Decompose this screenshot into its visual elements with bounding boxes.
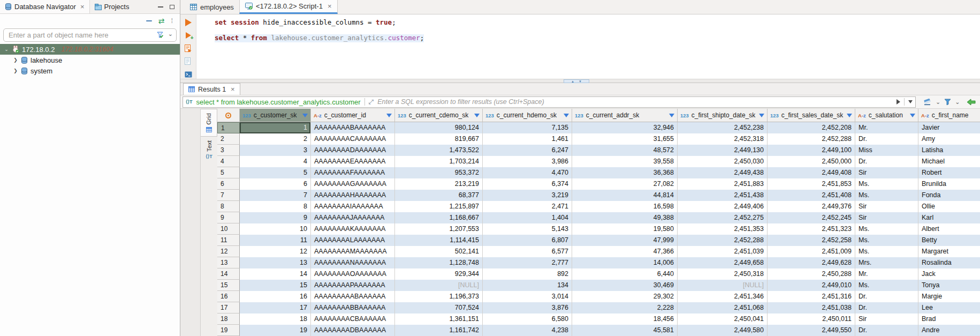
grid-cell[interactable]: Miss [855,145,918,156]
grid-cell[interactable]: 1 [240,122,311,133]
apply-filter-icon[interactable] [897,99,900,104]
grid-cell[interactable]: 6,374 [483,178,572,190]
grid-cell[interactable]: 929,344 [395,268,483,280]
grid-cell[interactable]: 4,470 [483,167,572,178]
row-number[interactable]: 9 [217,212,240,223]
grid-cell[interactable]: 2,449,628 [768,257,855,268]
grid-cell[interactable]: AAAAAAAAABAAAAAA [311,291,395,302]
column-header-c_first_sales_date_sk[interactable]: 123c_first_sales_date_sk [768,109,855,122]
close-icon[interactable]: × [328,2,332,10]
grid-cell[interactable]: 1,703,214 [395,156,483,167]
grid-cell[interactable]: 3,986 [483,156,572,167]
grid-cell[interactable]: 2,452,208 [768,122,855,133]
grid-cell[interactable]: AAAAAAAAOAAAAAAA [311,268,395,280]
grid-cell[interactable]: 16,598 [572,201,678,212]
grid-cell[interactable]: 2,449,658 [678,257,768,268]
column-header-c_salutation[interactable]: A-zc_salutation [855,109,918,122]
grid-cell[interactable]: Brunilda [918,178,980,190]
grid-cell[interactable]: 2,452,288 [768,133,855,145]
grid-cell[interactable]: Mr. [855,268,918,280]
grid-cell[interactable]: Ms. [855,280,918,291]
grid-cell[interactable]: 2,449,100 [768,145,855,156]
sash-down-icon[interactable]: ▼ [579,80,582,83]
grid-cell[interactable]: 2,451,039 [678,246,768,257]
grid-cell[interactable]: 2,451,408 [768,190,855,201]
grid-cell[interactable]: Ms. [855,223,918,235]
grid-cell[interactable]: 47,999 [572,235,678,246]
grid-cell[interactable]: 502,141 [395,246,483,257]
grid-cell[interactable]: 48,572 [572,145,678,156]
grid-cell[interactable]: 39,558 [572,156,678,167]
grid-cell[interactable]: 1,473,522 [395,145,483,156]
grid-cell[interactable]: 16 [240,291,311,302]
grid-cell[interactable]: 8 [240,201,311,212]
presentation-tab-grid[interactable]: Grid [201,109,217,137]
grid-cell[interactable]: Brad [918,313,980,325]
grid-cell[interactable]: 49,388 [572,212,678,223]
tree-item-system[interactable]: ❯system [0,65,180,76]
tree-item-connection[interactable]: ⌄ 172.18.0.2 172.18.0.2:31604 [0,44,180,55]
grid-cell[interactable]: 2,452,288 [678,235,768,246]
grid-cell[interactable]: AAAAAAAAMAAAAAAA [311,246,395,257]
previous-page-icon[interactable] [967,99,976,106]
sort-dropdown-icon[interactable] [669,114,674,117]
grid-cell[interactable]: 15 [240,280,311,291]
filter-funnel-icon[interactable] [157,32,164,39]
row-number[interactable]: 15 [217,280,240,291]
grid-cell[interactable]: 2,449,010 [768,280,855,291]
grid-cell[interactable]: Dr. [855,156,918,167]
grid-cell[interactable]: Margie [918,291,980,302]
grid-cell[interactable]: 7 [240,190,311,201]
column-header-c_first_name[interactable]: A-zc_first_name [918,109,980,122]
grid-cell[interactable]: 1,461 [483,133,572,145]
grid-cell[interactable]: 6 [240,178,311,190]
grid-cell[interactable]: 707,524 [395,302,483,313]
grid-cell[interactable]: 2,451,038 [768,302,855,313]
grid-cell[interactable]: AAAAAAAACAAAAAAA [311,133,395,145]
grid-cell[interactable]: 5 [240,167,311,178]
grid-cell[interactable]: 14,006 [572,257,678,268]
grid-cell[interactable]: 36,368 [572,167,678,178]
sort-dropdown-icon[interactable] [474,114,480,117]
grid-cell[interactable]: 6,580 [483,313,572,325]
close-icon[interactable]: × [80,3,85,11]
sash-up-icon[interactable]: ▲ [571,80,574,83]
grid-cell[interactable]: 2,451,438 [678,190,768,201]
grid-cell[interactable]: Lee [918,302,980,313]
grid-cell[interactable]: 29,302 [572,291,678,302]
sort-dropdown-icon[interactable] [386,114,392,117]
grid-cell[interactable]: 18,456 [572,313,678,325]
grid-cell[interactable]: 1,168,667 [395,212,483,223]
row-number[interactable]: 14 [217,268,240,280]
grid-cell[interactable]: AAAAAAAAEAAAAAAA [311,156,395,167]
tab-script-1[interactable]: <172.18.0.2> Script-1 × [239,0,338,14]
grid-cell[interactable]: 2,452,245 [768,212,855,223]
grid-cell[interactable]: AAAAAAAAHAAAAAAA [311,190,395,201]
result-filter-input[interactable]: ⟨⟩T select * from lakehouse.customer_ana… [183,96,916,108]
link-with-editor-icon[interactable]: ⇄ [158,17,165,25]
grid-cell[interactable]: Sir [855,167,918,178]
collapse-all-icon[interactable] [146,20,152,21]
grid-cell[interactable]: 2,449,580 [678,325,768,336]
grid-cell[interactable]: Karl [918,212,980,223]
grid-cell[interactable]: 9 [240,212,311,223]
grid-cell[interactable]: 1,114,415 [395,235,483,246]
grid-cell[interactable]: 2,228 [572,302,678,313]
erase-filter-icon[interactable] [923,98,932,106]
grid-cell[interactable]: 892 [483,268,572,280]
close-icon[interactable]: × [231,85,235,93]
grid-cell[interactable]: 2,451,068 [678,302,768,313]
select-all-corner[interactable] [217,109,240,122]
minimize-icon[interactable] [158,6,163,8]
grid-cell[interactable]: Dr. [855,291,918,302]
grid-cell[interactable]: 2,451,853 [768,178,855,190]
grid-cell[interactable]: 6,247 [483,145,572,156]
grid-cell[interactable]: Ms. [855,246,918,257]
sort-dropdown-icon[interactable] [759,114,764,117]
grid-cell[interactable]: AAAAAAAAPAAAAAAA [311,280,395,291]
grid-cell[interactable]: 5,143 [483,223,572,235]
column-header-c_customer_id[interactable]: A-zc_customer_id [311,109,395,122]
grid-cell[interactable]: 980,124 [395,122,483,133]
expander-icon[interactable]: ❯ [13,68,18,73]
chevron-down-icon[interactable]: ⌄ [936,99,940,106]
